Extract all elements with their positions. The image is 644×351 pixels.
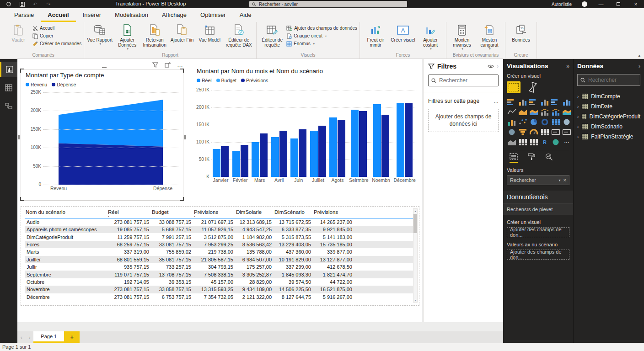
bar-réel[interactable] — [252, 142, 259, 177]
table-row[interactable]: Octubre192 714,0539 353,1545 157,0028 82… — [25, 278, 415, 286]
table-row[interactable]: Audio273 081 757,1533 088 757,1521 071 6… — [25, 218, 415, 226]
expand-chevron-icon[interactable]: › — [577, 114, 579, 119]
visual-type-slicer-icon[interactable] — [551, 128, 561, 136]
data-table-item[interactable]: ›DimCompte — [577, 91, 640, 101]
table-row[interactable]: Septembre119 071 757,1513 708 757,157 50… — [25, 271, 415, 278]
tab-optimiser[interactable]: Optimiser — [193, 8, 233, 22]
visual-type-area-chart-icon[interactable] — [518, 108, 528, 116]
visual-type-card-icon[interactable] — [562, 128, 572, 136]
data-table-item[interactable]: ›FaitPlanStratégie — [577, 132, 640, 142]
editeur-dax-button[interactable]: Éditeur de requête DAX — [224, 23, 254, 48]
legend-item[interactable]: Dépense — [52, 82, 76, 87]
field-well-search[interactable]: Rechercher ▾ × — [507, 175, 569, 185]
bar-prévisions[interactable] — [318, 126, 326, 177]
add-page-button[interactable]: + — [64, 331, 80, 343]
bar-prévisions[interactable] — [260, 133, 268, 177]
minimize-button[interactable]: — — [597, 1, 605, 7]
global-search-input[interactable] — [259, 2, 396, 7]
data-view-button[interactable] — [0, 80, 17, 96]
visual-type-ribbon-chart-icon[interactable] — [562, 108, 572, 116]
resize-handle[interactable] — [18, 135, 20, 139]
bar-réel[interactable] — [271, 137, 279, 177]
ajuter-champs-button[interactable]: Ajuter des champs de données — [286, 24, 357, 32]
ajouter-costant-button[interactable]: Ajouter costant▾ — [417, 23, 444, 51]
bar-réel[interactable] — [213, 149, 220, 177]
model-view-button[interactable] — [0, 98, 17, 114]
expand-chevron-icon[interactable]: › — [577, 124, 579, 129]
bar-réel[interactable] — [232, 151, 240, 177]
clear-icon[interactable]: × — [564, 177, 566, 183]
visual-type-scatter-chart-icon[interactable] — [518, 118, 528, 126]
bar-chart-visual[interactable]: Montant par Nom du mois et Nom du scénar… — [192, 65, 421, 199]
tab-modelisation[interactable]: Modélisation — [108, 8, 155, 22]
tab-inserer[interactable]: Insérer — [76, 8, 108, 22]
bar-prévisions[interactable] — [299, 129, 306, 177]
tab-parssie[interactable]: Parssie — [7, 8, 41, 22]
bar-prévisions[interactable] — [279, 131, 287, 177]
legend-item[interactable]: Prévisions — [241, 78, 268, 83]
tab-aide[interactable]: Aide — [233, 8, 258, 22]
ajouter-fiin-button[interactable]: Ajouter Fiin — [169, 23, 195, 43]
data-table-item[interactable]: ›DimCatégorieProduit — [577, 112, 640, 122]
page-tab[interactable]: Page 1 — [33, 331, 64, 343]
eye-icon[interactable] — [488, 64, 494, 69]
data-table-item[interactable]: ›DimDate — [577, 101, 640, 112]
table-row[interactable]: Juilller68 801 559,1535 081 757,1521 805… — [25, 256, 415, 263]
bar-réel[interactable] — [310, 131, 318, 177]
vue-rapport-button[interactable]: Vue Rapport▾ — [86, 23, 113, 46]
visual-type-stacked-column-chart-icon[interactable] — [518, 98, 528, 106]
pen-icon[interactable] — [528, 82, 538, 93]
resize-handle[interactable] — [102, 67, 107, 68]
expand-chevron-icon[interactable]: › — [577, 94, 579, 99]
expand-chevron-icon[interactable]: › — [577, 104, 579, 109]
build-visual-tab[interactable] — [510, 153, 518, 163]
column-header[interactable]: Nom du scénario — [25, 208, 107, 218]
legend-item[interactable]: Budget — [216, 78, 236, 83]
area-chart-visual[interactable]: Montant par Type de compte RevenuDépense… — [21, 69, 183, 201]
paste-button[interactable]: Vuater — [5, 23, 32, 43]
scroll-down-icon[interactable]: ▾ — [414, 298, 416, 302]
visual-type-gauge-icon[interactable] — [529, 128, 539, 136]
cut-button[interactable]: Accueil — [32, 24, 81, 32]
visual-type-pie-chart-icon[interactable] — [529, 118, 539, 126]
bar-prévisions[interactable] — [241, 145, 248, 177]
visual-type-line-stacked-column-chart-icon[interactable] — [551, 108, 561, 116]
bar-réel[interactable] — [373, 104, 381, 177]
bar-prévisions[interactable] — [381, 115, 389, 177]
maximize-button[interactable] — [615, 1, 622, 7]
report-canvas[interactable]: … Montant par Type de compte RevenuDépen… — [17, 59, 422, 322]
table-row[interactable]: Fores68 259 757,1533 081 757,157 953 299… — [25, 241, 415, 248]
resize-handle[interactable] — [184, 135, 186, 139]
visual-type-waterfall-chart-icon[interactable] — [507, 118, 517, 126]
visual-type-table-icon[interactable] — [518, 138, 528, 146]
tab-accueil[interactable]: Accueil — [41, 8, 75, 22]
format-painter-button[interactable]: Créser de romandes — [32, 40, 81, 48]
more-options-icon[interactable]: … — [494, 98, 499, 104]
visual-type-r-script-visual-icon[interactable]: R — [540, 138, 550, 146]
visual-type-clustered-bar-chart-icon[interactable] — [529, 98, 539, 106]
visual-type-donut-chart-icon[interactable] — [540, 118, 550, 126]
bonnees-button[interactable]: 30 Bonnées — [508, 23, 534, 43]
focus-mode-icon[interactable] — [165, 62, 171, 68]
visual-type-line-chart-icon[interactable] — [507, 108, 517, 116]
visual-type-map-icon[interactable] — [562, 118, 572, 126]
avatar[interactable] — [582, 1, 587, 7]
redo-icon[interactable]: ↷ — [45, 1, 52, 7]
bar-prévisions[interactable] — [405, 103, 413, 177]
copy-button[interactable]: Copier — [32, 32, 81, 40]
collapse-panel-icon[interactable]: › — [639, 63, 640, 69]
data-search-input[interactable] — [588, 77, 634, 83]
editeur-requete-button[interactable]: Éditeur de requête — [259, 23, 285, 48]
analytics-tab[interactable] — [545, 153, 553, 163]
bar-prévisions[interactable] — [221, 146, 229, 177]
undo-icon[interactable]: ↶ — [32, 1, 38, 7]
vue-model-button[interactable]: Vue Modèl — [196, 23, 223, 43]
visual-type-stacked-bar-chart-icon[interactable] — [507, 98, 517, 106]
table-row[interactable]: DimCatégorieProduit11 259 757,157 991 25… — [25, 233, 415, 240]
legend-item[interactable]: Revenu — [26, 82, 47, 87]
bar-prévisions[interactable] — [338, 120, 345, 177]
data-search-box[interactable] — [577, 74, 640, 86]
table-row[interactable]: Décembre273 081 757,156 753 757,157 354 … — [25, 293, 415, 301]
filter-funnel-icon[interactable] — [152, 62, 158, 68]
new-visual-button[interactable] — [507, 81, 521, 93]
